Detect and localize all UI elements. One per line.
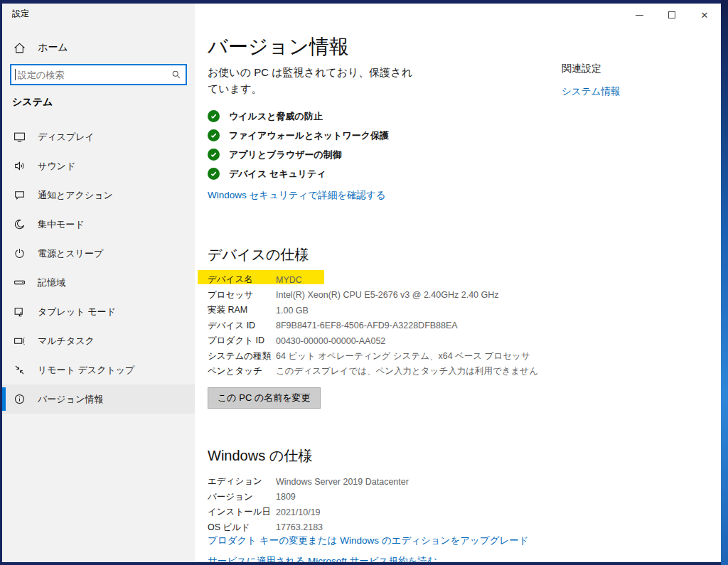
sidebar-item-label: ディスプレイ [38, 131, 95, 144]
storage-icon [12, 276, 26, 290]
services-agreement-link[interactable]: サービスに適用される Microsoft サービス規約を読む [208, 555, 437, 562]
sidebar-nav-item[interactable]: バージョン情報 [2, 384, 195, 414]
security-status-label: アプリとブラウザーの制御 [229, 149, 342, 161]
security-status-label: ファイアウォールとネットワーク保護 [229, 129, 389, 142]
home-icon [12, 41, 26, 55]
check-circle-icon [208, 110, 220, 122]
spec-value: MYDC [276, 275, 302, 285]
sidebar-nav-item[interactable]: マルチタスク [2, 326, 195, 355]
spec-label: バージョン [208, 491, 276, 503]
app-title: 設定 [12, 8, 29, 20]
sidebar-item-label: タブレット モード [38, 306, 116, 318]
spec-value: 17763.2183 [276, 522, 323, 532]
spec-row: 実装 RAM 1.00 GB [208, 303, 538, 318]
sidebar-item-home[interactable]: ホーム [2, 33, 195, 62]
settings-window: 設定 ホーム システム ディスプレイ [2, 4, 721, 562]
notifications-icon [12, 188, 26, 203]
windows-spec-title: Windows の仕様 [208, 446, 312, 466]
sidebar-item-label: 通知とアクション [38, 189, 113, 202]
sidebar-nav-item[interactable]: タブレット モード [2, 297, 195, 326]
spec-value: 1.00 GB [276, 306, 309, 316]
spec-row: ペンとタッチ このディスプレイでは、ペン入力とタッチ入力は利用できません [208, 364, 538, 380]
sidebar-section-title: システム [12, 96, 53, 109]
sidebar-nav-item[interactable]: 記憶域 [2, 268, 195, 297]
related-settings-title: 関連設定 [562, 63, 620, 75]
sidebar-nav-item[interactable]: 集中モード [2, 210, 195, 239]
spec-value: 8F9B8471-6EF8-4506-AFD9-A3228DFB88EA [276, 321, 458, 330]
spec-row: バージョン 1809 [208, 490, 409, 505]
sidebar-nav-item[interactable]: リモート デスクトップ [2, 355, 195, 384]
page-title: バージョン情報 [208, 33, 349, 60]
spec-label: インストール日 [208, 506, 276, 518]
spec-label: デバイス ID [208, 320, 276, 332]
search-icon [167, 70, 186, 80]
spec-label: OS ビルド [208, 522, 276, 534]
sidebar-item-label: サウンド [38, 160, 75, 173]
minimize-icon [636, 15, 643, 16]
security-status-item: ファイアウォールとネットワーク保護 [208, 126, 389, 145]
spec-label: 実装 RAM [208, 304, 276, 316]
sidebar: 設定 ホーム システム ディスプレイ [2, 4, 195, 562]
product-key-link[interactable]: プロダクト キーの変更または Windows のエディションをアップグレード [208, 534, 529, 547]
spec-row: OS ビルド 17763.2183 [208, 520, 409, 536]
maximize-icon [668, 11, 675, 18]
sidebar-item-label: バージョン情報 [38, 393, 103, 406]
display-icon [12, 130, 26, 144]
minimize-button[interactable] [623, 4, 655, 26]
sidebar-nav-item[interactable]: 電源とスリープ [2, 239, 195, 268]
sidebar-nav-item[interactable]: 通知とアクション [2, 181, 195, 210]
spec-label: プロセッサ [208, 289, 276, 301]
spec-row: プロダクト ID 00430-00000-00000-AA052 [208, 333, 538, 349]
spec-label: エディション [208, 475, 276, 488]
spec-value: 2021/10/19 [276, 507, 321, 517]
security-status-item: アプリとブラウザーの制御 [208, 145, 389, 164]
close-button[interactable]: ✕ [688, 4, 721, 26]
sidebar-item-label: マルチタスク [38, 335, 95, 348]
related-settings: 関連設定 システム情報 [562, 63, 620, 98]
spec-value: Intel(R) Xeon(R) CPU E5-2676 v3 @ 2.40GH… [276, 290, 499, 300]
sidebar-item-label: 電源とスリープ [38, 247, 103, 260]
check-circle-icon [208, 149, 220, 161]
spec-row: デバイス名 MYDC [208, 272, 538, 288]
spec-row: デバイス ID 8F9B8471-6EF8-4506-AFD9-A3228DFB… [208, 318, 538, 334]
spec-label: ペンとタッチ [208, 365, 276, 377]
remote-desktop-icon [12, 363, 26, 377]
sidebar-nav: ディスプレイ サウンド 通知とアクション 集中モード [2, 122, 195, 414]
sidebar-item-label: 記憶域 [38, 276, 65, 289]
device-spec-table: デバイス名 MYDC プロセッサ Intel(R) Xeon(R) CPU E5… [208, 272, 538, 380]
desktop-edge [721, 0, 728, 565]
device-spec-title: デバイスの仕様 [208, 245, 309, 264]
tablet-icon [12, 305, 26, 319]
power-icon [12, 247, 26, 261]
spec-row: エディション Windows Server 2019 Datacenter [208, 474, 409, 490]
main-panel: ✕ バージョン情報 お使いの PC は監視されており、保護されています。 ウイル… [195, 4, 721, 562]
check-circle-icon [208, 129, 220, 141]
window-controls: ✕ [623, 4, 721, 26]
search-input[interactable] [16, 70, 167, 80]
sidebar-item-label: ホーム [38, 41, 68, 54]
spec-value: Windows Server 2019 Datacenter [276, 477, 409, 487]
spec-row: システムの種類 64 ビット オペレーティング システム、x64 ベース プロセ… [208, 349, 538, 365]
system-info-link[interactable]: システム情報 [562, 85, 620, 98]
security-status-label: ウイルスと脅威の防止 [229, 110, 323, 123]
spec-label: システムの種類 [208, 350, 276, 362]
maximize-button[interactable] [655, 4, 688, 26]
security-status-item: ウイルスと脅威の防止 [208, 107, 389, 126]
security-status-list: ウイルスと脅威の防止 ファイアウォールとネットワーク保護 ア [208, 107, 389, 183]
multitask-icon [12, 334, 26, 348]
check-circle-icon [208, 168, 220, 180]
sidebar-item-label: 集中モード [38, 218, 85, 231]
spec-label: デバイス名 [208, 274, 276, 286]
sidebar-nav-item[interactable]: ディスプレイ [2, 122, 195, 151]
spec-row: プロセッサ Intel(R) Xeon(R) CPU E5-2676 v3 @ … [208, 288, 538, 303]
rename-pc-button[interactable]: この PC の名前を変更 [208, 387, 321, 409]
focus-icon [12, 217, 26, 232]
sidebar-nav-item[interactable]: サウンド [2, 151, 195, 181]
spec-value: 1809 [276, 492, 296, 502]
search-box[interactable] [10, 64, 187, 85]
security-status-label: デバイス セキュリティ [229, 168, 326, 181]
windows-spec-table: エディション Windows Server 2019 Datacenter バー… [208, 474, 409, 535]
windows-security-link[interactable]: Windows セキュリティで詳細を確認する [208, 189, 386, 202]
spec-value: このディスプレイでは、ペン入力とタッチ入力は利用できません [276, 365, 538, 377]
info-icon [12, 392, 26, 407]
